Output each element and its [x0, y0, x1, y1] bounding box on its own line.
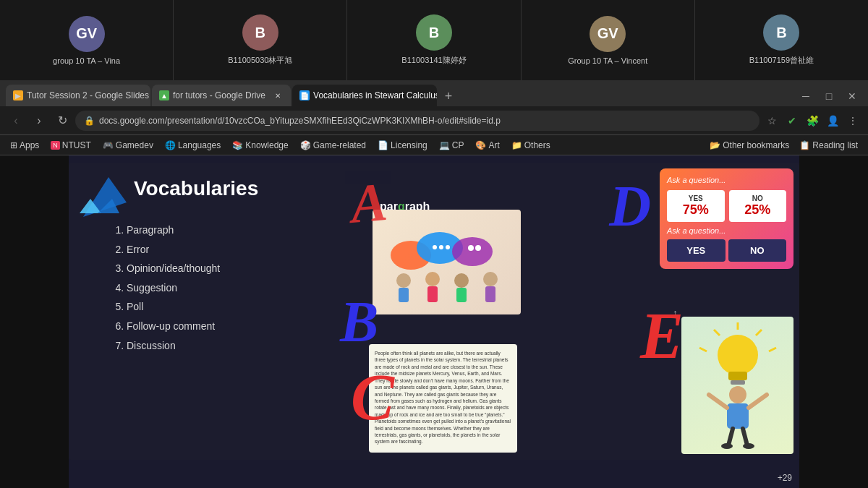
poll2-yes-btn: YES [667, 239, 726, 262]
tab-right-buttons: ─ □ ✕ [796, 86, 862, 106]
avatar-1: GV [69, 16, 105, 52]
svg-point-8 [433, 245, 437, 249]
main-content: Vocabularies Paragraph Error Opinion/ide… [0, 155, 868, 488]
letter-C: C [351, 360, 394, 435]
tab-label-drive: for tutors - Google Drive [173, 90, 265, 100]
bookmark-game-related[interactable]: 🎲 Game-related [296, 139, 370, 152]
bookmark-cp-label: CP [452, 140, 464, 150]
bookmark-knowledge-label: Knowledge [245, 140, 288, 150]
extension-puzzle-icon[interactable]: 🧩 [803, 111, 822, 130]
svg-line-30 [749, 395, 767, 408]
poll1-yes-label: YES [671, 194, 720, 202]
slide-container[interactable]: Vocabularies Paragraph Error Opinion/ide… [69, 163, 799, 460]
tab-close-drive[interactable]: ✕ [272, 90, 284, 101]
svg-rect-26 [731, 380, 745, 385]
tab-google-drive[interactable]: ▲ for tutors - Google Drive ✕ [152, 85, 291, 106]
cp-favicon: 💻 [439, 140, 450, 150]
google-logo [80, 174, 127, 221]
art-favicon: 🎨 [475, 140, 486, 150]
new-tab-button[interactable]: + [438, 86, 459, 106]
zoom-indicator: +29 [778, 473, 792, 483]
tab-favicon-drive: ▲ [159, 90, 169, 100]
avatar-2: B [242, 14, 278, 51]
bookmark-gamedev-label: Gamedev [116, 140, 153, 150]
bookmark-languages[interactable]: 🌐 Languages [161, 139, 225, 152]
bookmark-others[interactable]: 📁 Others [507, 139, 555, 152]
close-window-button[interactable]: ✕ [842, 86, 862, 106]
maximize-button[interactable]: □ [819, 86, 839, 106]
tab-vocabularies[interactable]: 📄 Vocabularies in Stewart Calculus ✕ [292, 85, 437, 106]
video-thumb-3[interactable]: B B11003141陳婷妤 [347, 0, 521, 80]
forward-button[interactable]: › [29, 111, 49, 131]
menu-icon[interactable]: ⋮ [843, 111, 862, 130]
bookmark-star-icon[interactable]: ☆ [762, 111, 781, 130]
list-item-2: Error [127, 240, 220, 260]
poll1-no-pct: 25% [733, 202, 783, 218]
url-text: docs.google.com/presentation/d/10vzcCOa_… [99, 116, 751, 126]
svg-rect-12 [399, 288, 409, 302]
address-bar[interactable]: 🔒 docs.google.com/presentation/d/10vzcCO… [75, 111, 760, 131]
gamedev-favicon: 🎮 [103, 140, 114, 150]
lock-icon: 🔒 [84, 116, 95, 126]
bookmark-apps[interactable]: ⊞ Apps [6, 139, 43, 152]
svg-rect-25 [728, 372, 747, 380]
paragraph-text: People often think all planets are alike… [375, 350, 511, 445]
video-thumb-4[interactable]: GV Group 10 TA – Vincent [522, 0, 695, 80]
bookmarks-right: 📂 Other bookmarks 📋 Reading list [705, 139, 862, 152]
bookmark-art-label: Art [488, 140, 499, 150]
knowledge-favicon: 📚 [232, 140, 243, 150]
reload-button[interactable]: ↻ [52, 111, 72, 131]
video-label-4: Group 10 TA – Vincent [565, 56, 650, 65]
letter-D: D [609, 174, 651, 239]
letter-B: B [340, 289, 378, 355]
video-thumb-5[interactable]: B B11007159曾祉維 [695, 0, 868, 80]
right-panel [799, 155, 868, 488]
svg-line-23 [699, 348, 707, 351]
tab-strip: ▶ Tutor Session 2 - Google Slides ✕ ▲ fo… [0, 80, 868, 106]
list-item-1: Paragraph [127, 221, 220, 240]
svg-point-5 [452, 237, 493, 266]
reading-list[interactable]: 📋 Reading list [795, 139, 862, 152]
bookmark-licensing[interactable]: 📄 Licensing [373, 139, 432, 152]
slide-title: Vocabularies [134, 177, 258, 200]
bookmark-cp[interactable]: 💻 CP [435, 139, 469, 152]
minimize-button[interactable]: ─ [796, 86, 816, 106]
tab-favicon-slides: ▶ [13, 90, 23, 100]
bookmark-art[interactable]: 🎨 Art [471, 139, 503, 152]
video-thumb-2[interactable]: B B11005030林平旭 [174, 0, 347, 80]
other-bookmarks[interactable]: 📂 Other bookmarks [705, 139, 793, 152]
slide-list: Paragraph Error Opinion/idea/thought Sug… [105, 221, 220, 355]
svg-line-20 [756, 330, 762, 335]
poll2-question: Ask a question... [667, 226, 786, 235]
avatar-4: GV [590, 16, 626, 52]
reading-list-label: Reading list [812, 140, 858, 150]
back-button[interactable]: ‹ [6, 111, 26, 131]
video-label-2: B11005030林平旭 [225, 55, 295, 66]
left-panel [0, 155, 69, 488]
bookmark-ntust[interactable]: N NTUST [46, 139, 95, 152]
poll2-no-btn: NO [728, 239, 787, 262]
nav-right-icons: ☆ ✔ 🧩 👤 ⋮ [762, 111, 862, 130]
poll-widget: Ask a question... YES 75% NO 25% Ask a q… [660, 168, 793, 269]
profile-icon[interactable]: 👤 [823, 111, 842, 130]
svg-line-29 [709, 395, 727, 408]
list-item-4: Suggestion [127, 278, 220, 298]
letter-A: A [349, 174, 389, 231]
bookmark-gamedev[interactable]: 🎮 Gamedev [98, 139, 158, 152]
licensing-favicon: 📄 [378, 140, 388, 150]
svg-rect-18 [485, 286, 495, 302]
nav-bar: ‹ › ↻ 🔒 docs.google.com/presentation/d/1… [0, 106, 868, 135]
svg-point-24 [718, 335, 758, 375]
svg-point-27 [729, 386, 746, 403]
video-thumb-1[interactable]: GV group 10 TA – Vina [0, 0, 174, 80]
bookmark-knowledge[interactable]: 📚 Knowledge [228, 139, 292, 152]
list-item-7: Discussion [127, 336, 220, 356]
video-strip: GV group 10 TA – Vina B B11005030林平旭 B B… [0, 0, 868, 80]
bookmark-ntust-label: NTUST [62, 140, 91, 150]
svg-point-15 [454, 273, 469, 288]
list-item-3: Opinion/idea/thought [127, 259, 220, 278]
extension-check-icon[interactable]: ✔ [783, 111, 801, 130]
list-item-5: Poll [127, 297, 220, 317]
avatar-3: B [416, 14, 452, 51]
tab-google-slides[interactable]: ▶ Tutor Session 2 - Google Slides ✕ [6, 85, 150, 106]
